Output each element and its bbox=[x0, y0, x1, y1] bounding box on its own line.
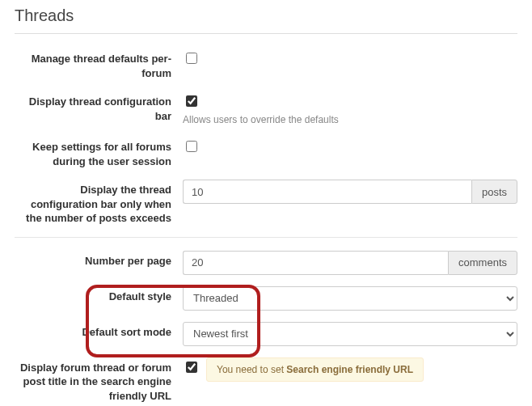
label-display-bar: Display thread configuration bar bbox=[15, 91, 183, 123]
label-per-page: Number per page bbox=[15, 251, 183, 269]
row-default-style: Default style Threaded bbox=[15, 286, 517, 311]
checkbox-manage-defaults[interactable] bbox=[186, 53, 197, 64]
row-posts-threshold: Display the thread configuration bar onl… bbox=[15, 180, 517, 226]
subsection-divider bbox=[15, 237, 517, 238]
row-seo-title: Display forum thread or forum post title… bbox=[15, 357, 517, 404]
row-default-sort: Default sort mode Newest first bbox=[15, 322, 517, 346]
help-display-bar: Allows users to override the defaults bbox=[183, 114, 339, 125]
alert-seo-strong: Search engine friendly URL bbox=[286, 364, 413, 375]
label-posts-threshold: Display the thread configuration bar onl… bbox=[15, 180, 183, 226]
checkbox-display-bar[interactable] bbox=[186, 95, 197, 107]
checkbox-seo-title[interactable] bbox=[186, 362, 197, 373]
section-divider bbox=[15, 33, 517, 34]
select-default-sort[interactable]: Newest first bbox=[183, 322, 517, 346]
select-default-style[interactable]: Threaded bbox=[183, 286, 517, 311]
label-seo-title: Display forum thread or forum post title… bbox=[15, 357, 183, 404]
section-title: Threads bbox=[15, 6, 517, 28]
label-manage-defaults: Manage thread defaults per-forum bbox=[15, 49, 183, 80]
checkbox-keep-session[interactable] bbox=[186, 141, 197, 152]
addon-comments: comments bbox=[448, 251, 517, 275]
row-display-bar: Display thread configuration bar Allows … bbox=[15, 91, 517, 125]
row-manage-defaults: Manage thread defaults per-forum bbox=[15, 49, 517, 80]
alert-seo-prefix: You need to set bbox=[217, 364, 286, 375]
label-default-style: Default style bbox=[15, 286, 183, 304]
input-posts-threshold[interactable] bbox=[183, 180, 471, 204]
input-per-page[interactable] bbox=[183, 251, 448, 275]
label-keep-session: Keep settings for all forums during the … bbox=[15, 137, 183, 168]
alert-seo-title: You need to set Search engine friendly U… bbox=[206, 357, 424, 382]
row-per-page: Number per page comments bbox=[15, 251, 517, 275]
row-keep-session: Keep settings for all forums during the … bbox=[15, 137, 517, 168]
addon-posts: posts bbox=[471, 180, 517, 204]
label-default-sort: Default sort mode bbox=[15, 322, 183, 340]
